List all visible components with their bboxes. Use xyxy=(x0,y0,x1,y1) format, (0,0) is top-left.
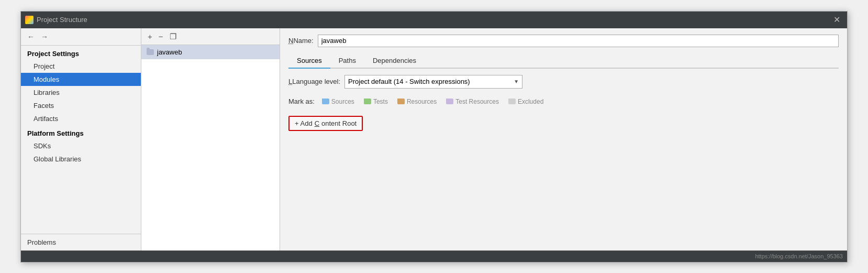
module-toolbar: + − ❐ xyxy=(141,28,280,45)
nav-forward-button[interactable]: → xyxy=(39,31,50,42)
mark-as-test-resources-button[interactable]: Test Resources xyxy=(444,97,501,106)
detail-panel-content xyxy=(288,131,839,244)
add-content-root-underline: C xyxy=(315,119,319,127)
mark-test-resources-label: Test Resources xyxy=(455,98,499,105)
sidebar-item-sdks[interactable]: SDKs xyxy=(21,139,141,152)
tests-folder-icon xyxy=(364,99,371,104)
mark-as-label: Mark as: xyxy=(288,97,315,105)
status-url: https://blog.csdn.net/Jason_95363 xyxy=(755,253,843,259)
mark-as-sources-button[interactable]: Sources xyxy=(320,97,357,106)
language-level-label: LLanguage level: xyxy=(288,78,340,85)
mark-resources-label: Resources xyxy=(407,98,437,105)
tab-sources[interactable]: Sources xyxy=(288,53,330,69)
module-folder-icon xyxy=(147,49,154,55)
module-item[interactable]: javaweb xyxy=(141,45,280,59)
name-label: NName: xyxy=(288,37,314,45)
mark-as-resources-button[interactable]: Resources xyxy=(395,97,439,106)
tabs-row: Sources Paths Dependencies xyxy=(288,53,839,69)
sidebar-item-artifacts[interactable]: Artifacts xyxy=(21,112,141,125)
add-content-root-plus: + Add xyxy=(295,119,313,127)
sidebar: ← → Project Settings Project Modules Lib… xyxy=(21,28,141,250)
sidebar-item-problems[interactable]: Problems xyxy=(21,234,141,250)
project-settings-title: Project Settings xyxy=(21,46,141,60)
add-content-root-container: + Add Content Root xyxy=(288,116,839,131)
mark-excluded-label: Excluded xyxy=(518,98,543,105)
mark-as-excluded-button[interactable]: Excluded xyxy=(506,97,546,106)
copy-module-button[interactable]: ❐ xyxy=(168,31,179,41)
language-row: LLanguage level: Project default (14 - S… xyxy=(288,75,839,89)
app-icon xyxy=(25,16,34,24)
sidebar-item-libraries[interactable]: Libraries xyxy=(21,86,141,99)
language-level-value: Project default (14 - Switch expressions… xyxy=(348,78,470,85)
project-structure-dialog: Project Structure ✕ ← → Project Settings… xyxy=(20,11,848,263)
tab-dependencies[interactable]: Dependencies xyxy=(364,53,425,69)
mark-tests-label: Tests xyxy=(373,98,388,105)
sources-folder-icon xyxy=(322,99,329,104)
module-name: javaweb xyxy=(157,48,182,56)
nav-arrows: ← → xyxy=(21,28,141,46)
mark-as-row: Mark as: Sources Tests Resources Test Re… xyxy=(288,97,839,106)
resources-folder-icon xyxy=(397,99,405,104)
name-row: NName: xyxy=(288,35,839,47)
add-content-root-button[interactable]: + Add Content Root xyxy=(288,116,363,131)
sidebar-item-modules[interactable]: Modules xyxy=(21,73,141,86)
dropdown-arrow-icon: ▼ xyxy=(514,79,519,84)
name-label-underlined: N xyxy=(288,37,293,45)
dialog-title: Project Structure xyxy=(37,16,87,24)
name-input[interactable] xyxy=(318,35,839,47)
close-button[interactable]: ✕ xyxy=(830,14,843,26)
excluded-folder-icon xyxy=(508,99,516,104)
language-level-select[interactable]: Project default (14 - Switch expressions… xyxy=(344,75,522,89)
sidebar-item-global-libraries[interactable]: Global Libraries xyxy=(21,152,141,166)
mark-as-tests-button[interactable]: Tests xyxy=(362,97,390,106)
status-bar: https://blog.csdn.net/Jason_95363 xyxy=(21,250,847,262)
tab-paths[interactable]: Paths xyxy=(330,53,364,69)
title-bar: Project Structure ✕ xyxy=(21,12,847,28)
title-bar-left: Project Structure xyxy=(25,16,87,24)
nav-back-button[interactable]: ← xyxy=(25,31,37,42)
mark-sources-label: Sources xyxy=(331,98,354,105)
module-list-panel: + − ❐ javaweb xyxy=(141,28,280,250)
add-module-button[interactable]: + xyxy=(146,31,154,41)
sidebar-item-project[interactable]: Project xyxy=(21,60,141,73)
dialog-body: ← → Project Settings Project Modules Lib… xyxy=(21,28,847,250)
add-content-root-rest: ontent Root xyxy=(321,119,357,127)
remove-module-button[interactable]: − xyxy=(157,31,165,41)
detail-panel: NName: Sources Paths Dependencies LLangu… xyxy=(280,28,847,250)
platform-settings-title: Platform Settings xyxy=(21,125,141,139)
test-resources-folder-icon xyxy=(446,99,453,104)
sidebar-item-facets[interactable]: Facets xyxy=(21,99,141,112)
